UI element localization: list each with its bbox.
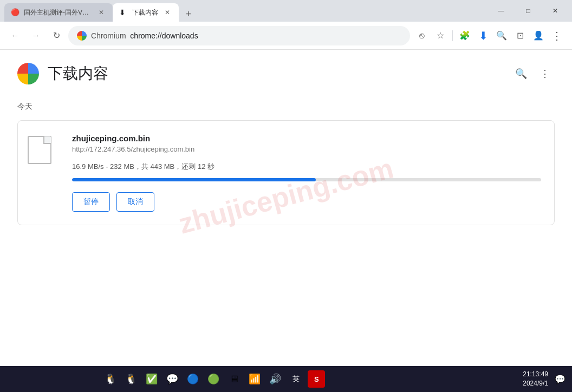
taskbar-icon-screen[interactable]: 🖥 <box>225 370 243 388</box>
taskbar-time-value: 21:13:49 <box>523 370 548 379</box>
share-button[interactable]: ⎋ <box>413 27 431 44</box>
taskbar-icon-lang[interactable]: 英 <box>287 370 304 388</box>
extension-button[interactable]: 🧩 <box>456 27 473 44</box>
reload-button[interactable]: ↻ <box>48 27 65 44</box>
download-file-icon-area <box>18 134 61 212</box>
page-logo <box>17 63 39 84</box>
page-menu-button[interactable]: ⋮ <box>535 64 555 83</box>
progress-bar-fill <box>72 178 316 181</box>
tab1-title: 国外主机测评-国外VPS、国... <box>24 8 92 17</box>
taskbar-icon-penguin1[interactable]: 🐧 <box>102 370 119 388</box>
cancel-button[interactable]: 取消 <box>116 192 154 212</box>
taskbar-icon-bluetooth[interactable]: 🔵 <box>184 370 202 388</box>
download-button[interactable]: ⬇ <box>474 27 492 44</box>
download-info: zhujiceping.com.bin http://172.247.36.5/… <box>72 134 541 212</box>
site-name: Chromium <box>91 31 126 40</box>
download-progress-text: 16.9 MB/s - 232 MB，共 443 MB，还剩 12 秒 <box>72 162 541 172</box>
taskbar-icon-wechat[interactable]: 💬 <box>164 370 181 388</box>
window-controls: — □ ✕ <box>489 2 568 19</box>
tab2-close[interactable]: ✕ <box>162 8 172 17</box>
download-card: zhujiceping.com.bin http://172.247.36.5/… <box>17 120 555 225</box>
taskbar-icon-wifi[interactable]: 📶 <box>246 370 263 388</box>
taskbar-right: 21:13:49 2024/9/1 💬 <box>523 370 568 388</box>
section-today-label: 今天 <box>17 102 555 112</box>
page-header: 下载内容 🔍 ⋮ <box>17 63 555 84</box>
address-separator <box>126 31 131 40</box>
taskbar-icon-ime[interactable]: S <box>308 370 325 388</box>
pause-button[interactable]: 暂停 <box>72 192 110 212</box>
toolbar-separator <box>452 30 453 41</box>
page-title: 下载内容 <box>48 63 108 84</box>
page-header-actions: 🔍 ⋮ <box>511 64 555 83</box>
progress-bar-container <box>72 178 541 181</box>
profile-button[interactable]: 👤 <box>530 27 547 44</box>
maximize-button[interactable]: □ <box>516 2 541 19</box>
download-url: http://172.247.36.5/zhujiceping.com.bin <box>72 145 541 153</box>
taskbar-datetime: 21:13:49 2024/9/1 <box>523 370 548 388</box>
toolbar: ← → ↻ Chromium chrome://downloads ⎋ ☆ 🧩 … <box>0 22 572 50</box>
back-button[interactable]: ← <box>6 27 24 44</box>
taskbar-notify-button[interactable]: 💬 <box>552 371 568 387</box>
address-text: Chromium chrome://downloads <box>91 31 198 40</box>
chromium-icon <box>77 31 87 41</box>
taskbar-icon-penguin2[interactable]: 🐧 <box>122 370 140 388</box>
download-actions: 暂停 取消 <box>72 192 541 212</box>
tab2-title: 下载内容 <box>132 8 158 17</box>
taskbar-icon-volume[interactable]: 🔊 <box>266 370 284 388</box>
page-content: zhujiceping.com 下载内容 🔍 ⋮ 今天 zhujiceping.… <box>0 50 572 366</box>
taskbar-icon-check[interactable]: ✅ <box>143 370 160 388</box>
search-page-button[interactable]: 🔍 <box>493 27 510 44</box>
tabs-area: 🔴 国外主机测评-国外VPS、国... ✕ ⬇ 下载内容 ✕ + <box>4 0 484 22</box>
taskbar-date-value: 2024/9/1 <box>523 379 548 388</box>
menu-button[interactable]: ⋮ <box>548 27 566 44</box>
tab2-favicon: ⬇ <box>119 8 128 17</box>
page-search-button[interactable]: 🔍 <box>511 64 531 83</box>
tab-inactive[interactable]: 🔴 国外主机测评-国外VPS、国... ✕ <box>4 3 113 22</box>
address-path: chrome://downloads <box>130 31 198 40</box>
tab1-close[interactable]: ✕ <box>96 8 106 17</box>
bookmark-button[interactable]: ☆ <box>432 27 449 44</box>
taskbar-icons: 🐧 🐧 ✅ 💬 🔵 🟢 🖥 📶 🔊 英 S <box>102 370 325 388</box>
forward-button[interactable]: → <box>27 27 44 44</box>
tab-active[interactable]: ⬇ 下载内容 ✕ <box>113 3 179 22</box>
split-view-button[interactable]: ⊡ <box>511 27 529 44</box>
taskbar-icon-nvidia[interactable]: 🟢 <box>205 370 222 388</box>
new-tab-button[interactable]: + <box>181 6 196 22</box>
toolbar-icons: ⎋ ☆ 🧩 ⬇ 🔍 ⊡ 👤 ⋮ <box>413 27 566 44</box>
minimize-button[interactable]: — <box>489 2 514 19</box>
title-bar: 🔴 国外主机测评-国外VPS、国... ✕ ⬇ 下载内容 ✕ + — □ ✕ <box>0 0 572 22</box>
tab1-favicon: 🔴 <box>11 8 20 17</box>
taskbar: 🐧 🐧 ✅ 💬 🔵 🟢 🖥 📶 🔊 英 S 21:13:49 2024/9/1 … <box>0 366 572 392</box>
address-bar[interactable]: Chromium chrome://downloads <box>68 26 410 45</box>
file-icon <box>28 136 51 164</box>
page-title-area: 下载内容 <box>17 63 108 84</box>
close-button[interactable]: ✕ <box>543 2 568 19</box>
download-filename: zhujiceping.com.bin <box>72 134 541 143</box>
